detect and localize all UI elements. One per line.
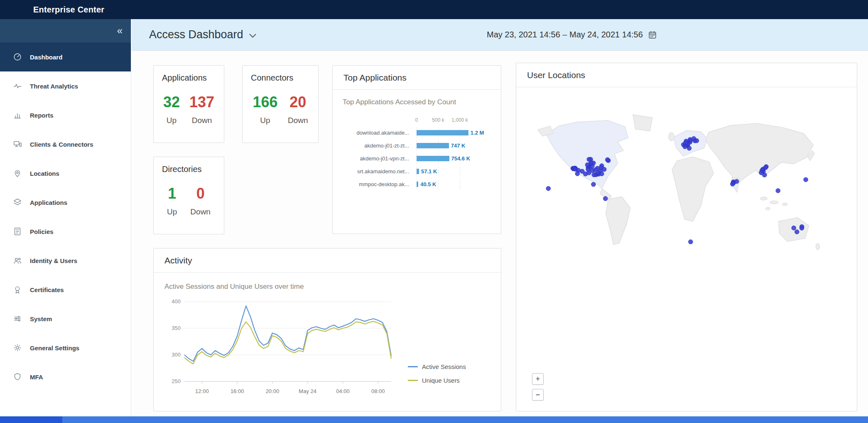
sidebar-collapse-button[interactable]: «	[117, 26, 123, 36]
bar-value: 1.2 M	[471, 130, 484, 136]
world-map[interactable]	[529, 104, 844, 268]
applications-down-count: 137	[189, 93, 214, 111]
sidebar-item-dashboard[interactable]: Dashboard	[0, 42, 131, 71]
sidebar-item-policies[interactable]: Policies	[0, 217, 131, 246]
directories-down-count: 0	[190, 185, 211, 202]
card-title: Applications	[154, 66, 224, 83]
bar-row: akdemo-j01-vpn-zt...754.6 K	[343, 152, 491, 165]
dashboard-content: Applications 32 Up 137 Down Connectors	[132, 51, 868, 416]
svg-text:12:00: 12:00	[195, 388, 209, 394]
sidebar-item-label: Clients & Connectors	[30, 141, 93, 148]
connectors-stat-card: Connectors 166 Up 20 Down	[242, 65, 319, 143]
activity-legend: Active SessionsUnique Users	[408, 363, 466, 384]
bar-value: 57.1 K	[421, 168, 437, 175]
sidebar-item-label: MFA	[30, 374, 43, 381]
reports-icon	[12, 110, 22, 120]
sidebar-item-reports[interactable]: Reports	[0, 101, 131, 130]
svg-text:250: 250	[172, 378, 181, 384]
islands-1	[760, 197, 767, 200]
down-stat: 0 Down	[190, 185, 211, 216]
sidebar-item-mfa[interactable]: MFA	[0, 362, 131, 391]
bar-value: 747 K	[451, 143, 466, 149]
down-label: Down	[288, 116, 308, 125]
directories-stat-card: Directories 1 Up 0 Down	[153, 157, 224, 234]
sidebar-item-system[interactable]: System	[0, 304, 131, 333]
top-apps-body: Top Applications Accessed by Count 0500 …	[333, 90, 501, 191]
sidebar-item-label: General Settings	[30, 344, 79, 352]
sidebar-item-label: Locations	[30, 170, 59, 177]
applications-stat-card: Applications 32 Up 137 Down	[153, 65, 224, 143]
dashboard-selector[interactable]: Access Dashboard	[149, 28, 256, 41]
sidebar-item-clients-connectors[interactable]: Clients & Connectors	[0, 130, 131, 159]
main-area: Access Dashboard May 23, 2021 14:56 – Ma…	[132, 19, 868, 416]
connectors-up-count: 166	[253, 93, 277, 111]
down-stat: 20 Down	[288, 93, 308, 125]
stat-row: 32 Up 137 Down	[154, 93, 224, 125]
sidebar-item-locations[interactable]: Locations	[0, 159, 131, 188]
page-title: Access Dashboard	[149, 28, 243, 41]
bar-axis-tick: 0	[415, 117, 418, 123]
svg-text:350: 350	[172, 325, 181, 331]
sidebar-item-identity-users[interactable]: Identity & Users	[0, 246, 131, 275]
bar-row: srt.akamaidemo.net...57.1 K	[343, 165, 491, 178]
sidebar-item-label: Policies	[30, 228, 54, 235]
locations-icon	[12, 168, 22, 178]
bar-axis-tick: 500 k	[432, 117, 444, 123]
bar-track: 747 K	[417, 143, 471, 148]
bar-track: 40.5 K	[417, 182, 471, 187]
sidebar-item-label: Applications	[30, 199, 67, 206]
up-stat: 1 Up	[167, 185, 177, 216]
svg-text:300: 300	[172, 352, 181, 358]
date-range-picker[interactable]: May 23, 2021 14:56 – May 24, 2021 14:56	[487, 19, 657, 50]
map-zoom-in-button[interactable]: +	[532, 373, 544, 385]
directories-up-count: 1	[167, 185, 177, 202]
bar-value: 754.6 K	[451, 155, 471, 162]
bar-track: 754.6 K	[417, 156, 471, 161]
up-label: Up	[167, 207, 177, 216]
bottom-progress-bar	[0, 416, 868, 423]
down-label: Down	[190, 207, 211, 216]
up-label: Up	[163, 116, 180, 125]
sidebar-item-general-settings[interactable]: General Settings	[0, 333, 131, 362]
activity-chart: 25030035040012:0016:0020:00May 2404:0008…	[164, 295, 397, 399]
card-title: Top Applications	[333, 66, 501, 90]
topbar: Enterprise Center	[0, 0, 868, 19]
legend-label: Unique Users	[422, 377, 460, 384]
sidebar-item-threat-analytics[interactable]: Threat Analytics	[0, 71, 131, 101]
bar-row: download.akamaide...1.2 M	[343, 126, 491, 139]
svg-text:20:00: 20:00	[266, 388, 280, 394]
legend-swatch	[408, 380, 418, 381]
chevron-down-icon	[249, 34, 256, 38]
bar-row: mmpoc-desktop.ak...40.5 K	[343, 178, 491, 191]
bar-label: mmpoc-desktop.ak...	[343, 181, 409, 187]
applications-up-count: 32	[163, 93, 180, 111]
islands-2	[770, 201, 778, 204]
continent-uk	[669, 133, 674, 141]
continent-new-zealand	[816, 243, 819, 250]
screen: Enterprise Center « DashboardThreat Anal…	[0, 0, 868, 423]
user-locations-card: User Locations	[516, 63, 857, 411]
certificates-icon	[12, 285, 22, 295]
bar-label: srt.akamaidemo.net...	[343, 168, 409, 175]
bar-fill	[417, 182, 418, 187]
sidebar-item-applications[interactable]: Applications	[0, 188, 131, 217]
main-header: Access Dashboard May 23, 2021 14:56 – Ma…	[132, 19, 868, 51]
islands-4	[766, 207, 770, 210]
top-apps-chart: 0500 k1,000 kdownload.akamaide...1.2 Mak…	[343, 117, 491, 191]
app-title: Enterprise Center	[33, 0, 104, 19]
sidebar-item-certificates[interactable]: Certificates	[0, 275, 131, 304]
map-zoom-out-button[interactable]: −	[532, 389, 544, 401]
bar-fill	[417, 156, 449, 161]
map-body: + −	[516, 104, 857, 423]
continent-africa	[672, 157, 714, 221]
sidebar-item-label: Reports	[30, 112, 54, 119]
clients-connectors-icon	[12, 139, 22, 149]
legend-swatch	[408, 366, 418, 367]
down-stat: 137 Down	[189, 93, 214, 125]
bar-fill	[417, 169, 419, 174]
continent-asia	[706, 123, 814, 183]
identity-users-icon	[12, 256, 22, 266]
sidebar-item-label: Certificates	[30, 286, 64, 293]
continent-south-america	[606, 197, 630, 244]
svg-text:16:00: 16:00	[230, 388, 244, 394]
